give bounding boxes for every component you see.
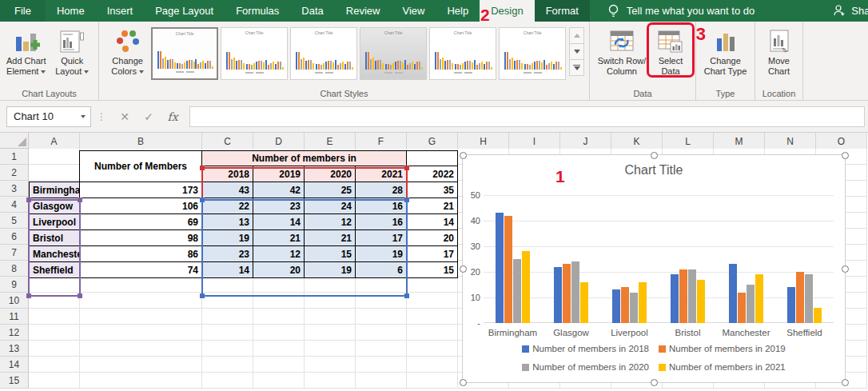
move-chart-button[interactable]: Move Chart bbox=[759, 24, 799, 87]
cell-value-sheffield-2019[interactable]: 20 bbox=[253, 262, 305, 278]
tell-me-box[interactable]: Tell me what you want to do bbox=[607, 0, 755, 22]
cell-b12[interactable] bbox=[80, 325, 202, 341]
cell-total-glasgow[interactable]: 106 bbox=[80, 198, 202, 214]
row-header-3[interactable]: 3 bbox=[0, 181, 29, 197]
cell-value-sheffield-2018[interactable]: 14 bbox=[202, 262, 253, 278]
insert-function-button[interactable]: fx bbox=[161, 106, 185, 127]
menu-tab-file[interactable]: File bbox=[0, 0, 46, 22]
cell-c14[interactable] bbox=[202, 357, 253, 373]
cell-value-bristol-2019[interactable]: 21 bbox=[253, 230, 305, 246]
row-header-2[interactable]: 2 bbox=[0, 165, 29, 181]
column-header-a[interactable]: A bbox=[29, 133, 80, 150]
bar-manchester-2021[interactable] bbox=[755, 274, 763, 323]
cell-city-liverpool[interactable]: Liverpool bbox=[29, 214, 80, 230]
cell-d14[interactable] bbox=[253, 357, 305, 373]
row-header-5[interactable]: 5 bbox=[0, 213, 29, 229]
cell-c12[interactable] bbox=[202, 325, 253, 341]
name-box-dropdown-icon[interactable] bbox=[81, 115, 86, 118]
cell-a14[interactable] bbox=[29, 357, 80, 373]
cell-year-2021[interactable]: 2021 bbox=[356, 166, 407, 182]
column-header-o[interactable]: O bbox=[816, 133, 867, 150]
legend-item-2019[interactable]: Number of members in 2019 bbox=[659, 344, 786, 353]
legend-item-2018[interactable]: Number of members in 2018 bbox=[522, 344, 649, 353]
bar-birmingham-2020[interactable] bbox=[513, 259, 521, 323]
cell-a12[interactable] bbox=[29, 325, 80, 341]
cell-value-liverpool-2020[interactable]: 12 bbox=[305, 214, 356, 230]
cell-value-manchester-2018[interactable]: 23 bbox=[202, 246, 253, 262]
cancel-button[interactable]: ✕ bbox=[113, 106, 137, 127]
bar-glasgow-2019[interactable] bbox=[563, 264, 571, 323]
cell-total-bristol[interactable]: 98 bbox=[80, 230, 202, 246]
bar-liverpool-2018[interactable] bbox=[612, 289, 620, 323]
enter-button[interactable]: ✓ bbox=[137, 106, 161, 127]
cell-extra-glasgow[interactable]: 21 bbox=[407, 198, 458, 214]
cell-city-manchester[interactable]: Manchester bbox=[29, 246, 80, 262]
cell-a13[interactable] bbox=[29, 341, 80, 357]
cell-year-2018[interactable]: 2018 bbox=[202, 166, 253, 182]
row-header-1[interactable]: 1 bbox=[0, 149, 29, 165]
bar-sheffield-2018[interactable] bbox=[787, 287, 795, 323]
column-header-l[interactable]: L bbox=[663, 133, 714, 150]
cell-a15[interactable] bbox=[29, 373, 80, 389]
menu-tab-view[interactable]: View bbox=[391, 0, 436, 22]
cell-g13[interactable] bbox=[407, 341, 458, 357]
quick-layout-button[interactable]: Quick Layout bbox=[50, 24, 96, 87]
row-header-9[interactable]: 9 bbox=[0, 277, 29, 293]
cell-city-sheffield[interactable]: Sheffield bbox=[29, 262, 80, 278]
change-chart-type-button[interactable]: Change Chart Type bbox=[699, 24, 751, 87]
column-header-b[interactable]: B bbox=[80, 133, 202, 150]
cell-value-birmingham-2020[interactable]: 25 bbox=[305, 182, 356, 198]
cell-b13[interactable] bbox=[80, 341, 202, 357]
bar-bristol-2019[interactable] bbox=[679, 269, 687, 323]
cell-value-birmingham-2018[interactable]: 43 bbox=[202, 182, 253, 198]
cell-b9[interactable] bbox=[80, 277, 202, 293]
column-header-j[interactable]: J bbox=[560, 133, 611, 150]
cell-value-birmingham-2021[interactable]: 28 bbox=[356, 182, 407, 198]
cell-g12[interactable] bbox=[407, 325, 458, 341]
cell-value-sheffield-2020[interactable]: 19 bbox=[305, 262, 356, 278]
bar-birmingham-2019[interactable] bbox=[504, 216, 512, 323]
column-header-k[interactable]: K bbox=[611, 133, 663, 150]
cell-c11[interactable] bbox=[202, 309, 253, 325]
cell-a9[interactable] bbox=[29, 277, 80, 293]
bar-bristol-2021[interactable] bbox=[697, 280, 705, 323]
cell-value-bristol-2018[interactable]: 19 bbox=[202, 230, 253, 246]
chart-resize-handle[interactable] bbox=[651, 379, 658, 386]
bar-liverpool-2021[interactable] bbox=[639, 282, 647, 323]
cell-city-glasgow[interactable]: Glasgow bbox=[29, 198, 80, 214]
cell-value-glasgow-2018[interactable]: 22 bbox=[202, 198, 253, 214]
cell-value-sheffield-2021[interactable]: 6 bbox=[356, 262, 407, 278]
cell-value-birmingham-2019[interactable]: 42 bbox=[253, 182, 305, 198]
chart-resize-handle[interactable] bbox=[460, 265, 467, 273]
bar-bristol-2020[interactable] bbox=[688, 269, 696, 323]
cell-e14[interactable] bbox=[305, 357, 356, 373]
column-header-h[interactable]: H bbox=[458, 133, 509, 150]
cell-value-manchester-2019[interactable]: 12 bbox=[253, 246, 305, 262]
cell-extra-sheffield[interactable]: 15 bbox=[407, 262, 458, 278]
chart-style-thumbnail-5[interactable]: Chart Title bbox=[429, 27, 496, 80]
chart-style-thumbnail-1[interactable]: Chart Title bbox=[151, 27, 218, 80]
chart-resize-handle[interactable] bbox=[842, 152, 849, 159]
row-header-7[interactable]: 7 bbox=[0, 245, 29, 261]
row-header-12[interactable]: 12 bbox=[0, 325, 29, 341]
chart-style-thumbnail-4[interactable]: Chart Title bbox=[360, 27, 427, 80]
chart-object[interactable]: Chart Title 1 5040302010- BirminghamGlas… bbox=[462, 154, 846, 383]
row-header-15[interactable]: 15 bbox=[0, 373, 29, 389]
cell-c10[interactable] bbox=[202, 293, 253, 309]
cell-c15[interactable] bbox=[202, 373, 253, 389]
cell-g10[interactable] bbox=[407, 293, 458, 309]
cell-c13[interactable] bbox=[202, 341, 253, 357]
cell-e11[interactable] bbox=[305, 309, 356, 325]
cell-g1-empty[interactable] bbox=[407, 150, 458, 166]
cell-a10[interactable] bbox=[29, 293, 80, 309]
cell-f13[interactable] bbox=[356, 341, 407, 357]
menu-tab-data[interactable]: Data bbox=[290, 0, 334, 22]
cell-d10[interactable] bbox=[253, 293, 305, 309]
select-data-button[interactable]: Select Data 3 bbox=[651, 24, 690, 87]
cell-c9[interactable] bbox=[202, 277, 253, 293]
cell-members-header[interactable]: Number of Members bbox=[80, 150, 202, 182]
cell-value-liverpool-2019[interactable]: 14 bbox=[253, 214, 305, 230]
gallery-scroll-down-button[interactable] bbox=[570, 44, 583, 60]
bar-bristol-2018[interactable] bbox=[671, 274, 679, 323]
add-chart-element-button[interactable]: Add Chart Element bbox=[3, 24, 50, 87]
